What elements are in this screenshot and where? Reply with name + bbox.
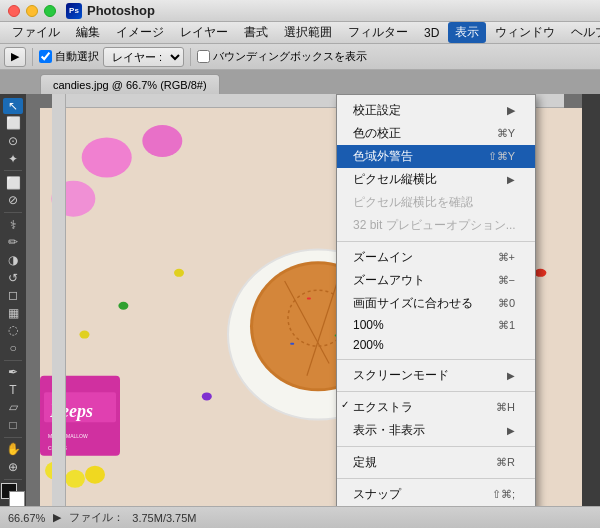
crop-tool[interactable]: ⬜ [3, 175, 23, 191]
menu-separator-3 [337, 391, 535, 392]
menu-file[interactable]: ファイル [5, 22, 67, 43]
menubar: ファイル 編集 イメージ レイヤー 書式 選択範囲 フィルター 3D 表示 ウィ… [0, 22, 600, 44]
svg-point-24 [174, 269, 184, 277]
background-color[interactable] [9, 491, 25, 506]
menu-3d[interactable]: 3D [417, 24, 446, 42]
svg-point-11 [82, 137, 132, 177]
zoom-tool[interactable]: ⊕ [3, 459, 23, 475]
menu-item-zoom-in[interactable]: ズームイン ⌘+ [337, 246, 535, 269]
tool-separator-1 [4, 170, 22, 171]
menu-item-screen-mode[interactable]: スクリーンモード ▶ [337, 364, 535, 387]
bounding-box-checkbox[interactable] [197, 50, 210, 63]
menu-layer[interactable]: レイヤー [173, 22, 235, 43]
menu-item-rulers[interactable]: 定規 ⌘R [337, 451, 535, 474]
svg-point-25 [534, 269, 546, 277]
brush-tool[interactable]: ✏ [3, 235, 23, 251]
show-hide-arrow: ▶ [507, 425, 515, 436]
menu-item-zoom-out[interactable]: ズームアウト ⌘− [337, 269, 535, 292]
rulers-shortcut: ⌘R [496, 456, 515, 469]
menu-separator-2 [337, 359, 535, 360]
zoom-out-label: ズームアウト [353, 272, 425, 289]
screen-mode-label: スクリーンモード [353, 367, 449, 384]
move-tool-button[interactable]: ▶ [4, 47, 26, 67]
canvas-area[interactable]: Peeps MARSHMALLOW CHICKS [26, 94, 582, 506]
menu-separator-1 [337, 241, 535, 242]
move-tool[interactable]: ↖ [3, 98, 23, 114]
layer-select[interactable]: レイヤー : [103, 47, 184, 67]
menu-item-32bit-preview: 32 bit プレビューオプション... [337, 214, 535, 237]
auto-select-text: 自動選択 [55, 49, 99, 64]
app-name: Photoshop [87, 3, 155, 18]
clone-tool[interactable]: ◑ [3, 252, 23, 268]
statusbar: 66.67% ▶ ファイル： 3.75M/3.75M [0, 506, 600, 528]
menu-item-snap[interactable]: スナップ ⇧⌘; [337, 483, 535, 506]
200-label: 200% [353, 338, 384, 352]
document-tab[interactable]: candies.jpg @ 66.7% (RGB/8#) [40, 74, 220, 94]
minimize-button[interactable] [26, 5, 38, 17]
menu-item-extras[interactable]: ✓エクストラ ⌘H [337, 396, 535, 419]
zoom-in-shortcut: ⌘+ [498, 251, 515, 264]
menu-item-pixel-aspect[interactable]: ピクセル縦横比 ▶ [337, 168, 535, 191]
auto-select-label: 自動選択 [39, 49, 99, 64]
svg-point-33 [202, 392, 212, 400]
menu-item-proof-setup[interactable]: 校正設定 ▶ [337, 99, 535, 122]
app-icon: Ps [66, 3, 82, 19]
menu-item-100[interactable]: 100% ⌘1 [337, 315, 535, 335]
menu-image[interactable]: イメージ [109, 22, 171, 43]
toolbar-separator-2 [190, 48, 191, 66]
blur-tool[interactable]: ◌ [3, 323, 23, 339]
color-swatches[interactable] [1, 483, 25, 502]
show-hide-label: 表示・非表示 [353, 422, 425, 439]
shape-tool[interactable]: □ [3, 417, 23, 433]
submenu-arrow: ▶ [507, 174, 515, 185]
menu-item-proof-colors[interactable]: 色の校正 ⌘Y [337, 122, 535, 145]
view-menu-dropdown: 校正設定 ▶ 色の校正 ⌘Y 色域外警告 ⇧⌘Y [336, 94, 536, 506]
rulers-label: 定規 [353, 454, 377, 471]
eraser-tool[interactable]: ◻ [3, 287, 23, 303]
menu-edit[interactable]: 編集 [69, 22, 107, 43]
path-tool[interactable]: ▱ [3, 400, 23, 416]
svg-rect-9 [290, 343, 294, 345]
pen-tool[interactable]: ✒ [3, 364, 23, 380]
menu-item-gamut-warning[interactable]: 色域外警告 ⇧⌘Y [337, 145, 535, 168]
lasso-tool[interactable]: ⊙ [3, 133, 23, 149]
healing-tool[interactable]: ⚕ [3, 217, 23, 233]
menu-filter[interactable]: フィルター [341, 22, 415, 43]
menu-help[interactable]: ヘルプ [564, 22, 600, 43]
tool-separator-3 [4, 360, 22, 361]
marquee-tool[interactable]: ⬜ [3, 116, 23, 132]
type-tool[interactable]: T [3, 382, 23, 398]
history-brush[interactable]: ↺ [3, 270, 23, 286]
close-button[interactable] [8, 5, 20, 17]
gradient-tool[interactable]: ▦ [3, 305, 23, 321]
proof-setup-label: 校正設定 [353, 102, 401, 119]
svg-point-12 [142, 125, 182, 157]
fit-screen-label: 画面サイズに合わせる [353, 295, 473, 312]
menu-view[interactable]: 表示 [448, 22, 486, 43]
menu-format[interactable]: 書式 [237, 22, 275, 43]
app-identity: Ps Photoshop [66, 3, 155, 19]
menu-item-fit-screen[interactable]: 画面サイズに合わせる ⌘0 [337, 292, 535, 315]
menu-item-200[interactable]: 200% [337, 335, 535, 355]
zoom-out-shortcut: ⌘− [498, 274, 515, 287]
eyedropper-tool[interactable]: ⊘ [3, 193, 23, 209]
maximize-button[interactable] [44, 5, 56, 17]
menu-window[interactable]: ウィンドウ [488, 22, 562, 43]
tool-separator-5 [4, 479, 22, 480]
hand-tool[interactable]: ✋ [3, 442, 23, 458]
zoom-in-label: ズームイン [353, 249, 413, 266]
menu-select[interactable]: 選択範囲 [277, 22, 339, 43]
menu-item-show-hide[interactable]: 表示・非表示 ▶ [337, 419, 535, 442]
file-size: 3.75M/3.75M [132, 512, 196, 524]
titlebar: Ps Photoshop [0, 0, 600, 22]
magic-wand-tool[interactable]: ✦ [3, 151, 23, 167]
svg-point-26 [118, 302, 128, 310]
auto-select-checkbox[interactable] [39, 50, 52, 63]
proof-colors-shortcut: ⌘Y [497, 127, 515, 140]
proof-colors-label: 色の校正 [353, 125, 401, 142]
dodge-tool[interactable]: ○ [3, 340, 23, 356]
extras-shortcut: ⌘H [496, 401, 515, 414]
zoom-level: 66.67% [8, 512, 45, 524]
bounding-box-text: バウンディングボックスを表示 [213, 49, 367, 64]
tools-panel: ↖ ⬜ ⊙ ✦ ⬜ ⊘ ⚕ ✏ ◑ ↺ ◻ ▦ ◌ ○ ✒ T ▱ □ ✋ ⊕ [0, 94, 26, 506]
